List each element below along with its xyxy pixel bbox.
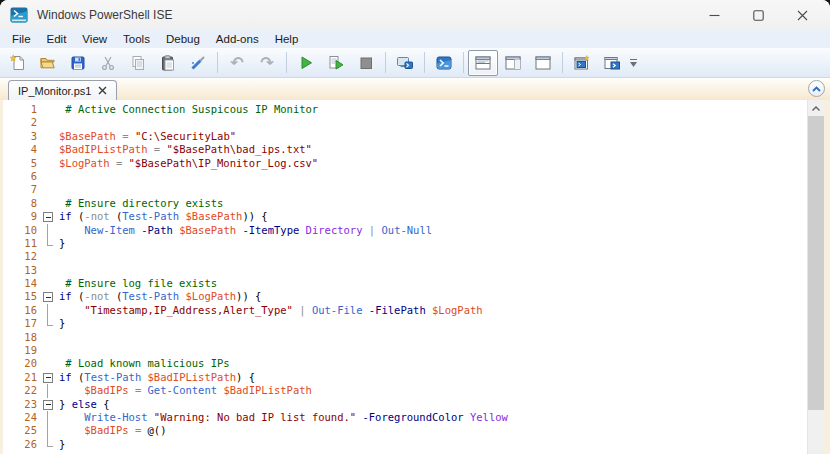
line-number: 26 bbox=[3, 438, 37, 451]
start-powershell-button[interactable] bbox=[429, 50, 459, 76]
code-line: 9if (-not (Test-Path $BasePath)) { bbox=[3, 210, 807, 223]
paste-button[interactable] bbox=[153, 50, 183, 76]
fold-collapse-button[interactable] bbox=[43, 398, 59, 411]
fold-collapse-button[interactable] bbox=[43, 210, 59, 223]
code-text[interactable] bbox=[59, 170, 807, 183]
code-line: 22 $BadIPs = Get-Content $BadIPListPath bbox=[3, 384, 807, 397]
line-number: 21 bbox=[3, 371, 37, 384]
undo-button[interactable]: ↶ bbox=[222, 50, 252, 76]
code-text[interactable]: # Ensure log file exists bbox=[59, 277, 807, 290]
code-line: 10 New-Item -Path $BasePath -ItemType Di… bbox=[3, 224, 807, 237]
tab-label: IP_Monitor.ps1 bbox=[18, 85, 91, 97]
close-button[interactable] bbox=[780, 1, 824, 29]
clear-console-button[interactable] bbox=[183, 50, 213, 76]
line-number: 12 bbox=[3, 250, 37, 263]
fold-guide bbox=[43, 143, 59, 156]
code-text[interactable]: } bbox=[59, 438, 807, 451]
show-script-pane-top-button[interactable] bbox=[468, 50, 498, 76]
code-text[interactable]: } bbox=[59, 317, 807, 330]
menu-debug[interactable]: Debug bbox=[158, 30, 208, 48]
new-script-button[interactable] bbox=[3, 50, 33, 76]
save-button[interactable] bbox=[63, 50, 93, 76]
code-text[interactable] bbox=[59, 264, 807, 277]
new-remote-powershell-tab-button[interactable] bbox=[390, 50, 420, 76]
fold-guide bbox=[43, 438, 59, 451]
redo-button[interactable]: ↷ bbox=[252, 50, 282, 76]
code-text[interactable]: $BasePath = "C:\SecurityLab" bbox=[59, 130, 807, 143]
menu-view[interactable]: View bbox=[74, 30, 115, 48]
code-text[interactable]: "Timestamp,IP_Address,Alert_Type" | Out-… bbox=[59, 304, 807, 317]
show-script-pane-maximized-button[interactable] bbox=[528, 50, 558, 76]
new-powershell-tab-button[interactable] bbox=[567, 50, 597, 76]
cut-button[interactable] bbox=[93, 50, 123, 76]
line-number: 2 bbox=[3, 116, 37, 129]
code-text[interactable]: # Ensure directory exists bbox=[59, 197, 807, 210]
show-script-pane-right-button[interactable] bbox=[498, 50, 528, 76]
line-number: 23 bbox=[3, 398, 37, 411]
code-pane[interactable]: 1 # Active Connection Suspicous IP Monit… bbox=[3, 100, 807, 454]
code-text[interactable]: $LogPath = "$BasePath\IP_Monitor_Log.csv… bbox=[59, 157, 807, 170]
clear-squeegee-icon bbox=[189, 54, 207, 72]
menu-edit[interactable]: Edit bbox=[39, 30, 75, 48]
fold-guide bbox=[43, 197, 59, 210]
code-text[interactable]: if (-not (Test-Path $BasePath)) { bbox=[59, 210, 807, 223]
powershell-console-icon bbox=[435, 54, 453, 72]
code-text[interactable]: if (-not (Test-Path $LogPath)) { bbox=[59, 290, 807, 303]
open-script-button[interactable] bbox=[33, 50, 63, 76]
code-line: 25 $BadIPs = @() bbox=[3, 424, 807, 437]
code-text[interactable]: $BadIPs = @() bbox=[59, 424, 807, 437]
code-text[interactable]: # Active Connection Suspicous IP Monitor bbox=[59, 103, 807, 116]
code-text[interactable]: # Load known malicious IPs bbox=[59, 357, 807, 370]
open-folder-icon bbox=[39, 54, 57, 72]
copy-button[interactable] bbox=[123, 50, 153, 76]
fold-guide bbox=[43, 250, 59, 263]
run-selection-button[interactable] bbox=[321, 50, 351, 76]
fold-guide bbox=[43, 357, 59, 370]
copy-icon bbox=[129, 54, 147, 72]
tab-ip-monitor[interactable]: IP_Monitor.ps1 bbox=[8, 80, 117, 100]
title-bar[interactable]: Windows PowerShell ISE bbox=[0, 0, 830, 30]
line-number: 16 bbox=[3, 304, 37, 317]
line-number: 11 bbox=[3, 237, 37, 250]
menu-help[interactable]: Help bbox=[267, 30, 307, 48]
chevron-up-icon bbox=[812, 106, 820, 111]
code-text[interactable] bbox=[59, 116, 807, 129]
code-text[interactable] bbox=[59, 183, 807, 196]
run-script-button[interactable] bbox=[291, 50, 321, 76]
line-number: 24 bbox=[3, 411, 37, 424]
code-text[interactable]: if (Test-Path $BadIPListPath) { bbox=[59, 371, 807, 384]
toolbar-overflow-button[interactable] bbox=[630, 59, 637, 67]
maximize-button[interactable] bbox=[736, 1, 780, 29]
code-text[interactable] bbox=[59, 250, 807, 263]
fold-guide bbox=[43, 237, 59, 250]
fold-collapse-button[interactable] bbox=[43, 290, 59, 303]
code-line: 4$BadIPListPath = "$BasePath\bad_ips.txt… bbox=[3, 143, 807, 156]
line-number: 4 bbox=[3, 143, 37, 156]
tab-strip: IP_Monitor.ps1 bbox=[0, 78, 830, 100]
menu-add-ons[interactable]: Add-ons bbox=[208, 30, 267, 48]
code-text[interactable]: } else { bbox=[59, 398, 807, 411]
stop-operation-button[interactable] bbox=[351, 50, 381, 76]
code-text[interactable]: Write-Host "Warning: No bad IP list foun… bbox=[59, 411, 807, 424]
code-text[interactable]: $BadIPs = Get-Content $BadIPListPath bbox=[59, 384, 807, 397]
tab-close-icon[interactable] bbox=[98, 86, 107, 95]
menu-tools[interactable]: Tools bbox=[115, 30, 158, 48]
script-pane-maximized-icon bbox=[534, 54, 552, 72]
code-text[interactable]: New-Item -Path $BasePath -ItemType Direc… bbox=[59, 224, 807, 237]
scrollbar-thumb[interactable] bbox=[808, 116, 824, 410]
code-line: 12 bbox=[3, 250, 807, 263]
code-text[interactable]: $BadIPListPath = "$BasePath\bad_ips.txt" bbox=[59, 143, 807, 156]
minimize-button[interactable] bbox=[692, 1, 736, 29]
scrollbar-up-button[interactable] bbox=[808, 100, 824, 116]
code-text[interactable] bbox=[59, 344, 807, 357]
code-text[interactable]: } bbox=[59, 237, 807, 250]
menu-file[interactable]: File bbox=[4, 30, 39, 48]
vertical-scrollbar[interactable] bbox=[807, 100, 824, 454]
collapse-script-pane-button[interactable] bbox=[808, 80, 825, 97]
line-number: 25 bbox=[3, 424, 37, 437]
show-script-pane-new-window-button[interactable] bbox=[597, 50, 627, 76]
run-play-icon bbox=[297, 54, 315, 72]
code-line: 18 bbox=[3, 331, 807, 344]
fold-collapse-button[interactable] bbox=[43, 371, 59, 384]
code-text[interactable] bbox=[59, 331, 807, 344]
